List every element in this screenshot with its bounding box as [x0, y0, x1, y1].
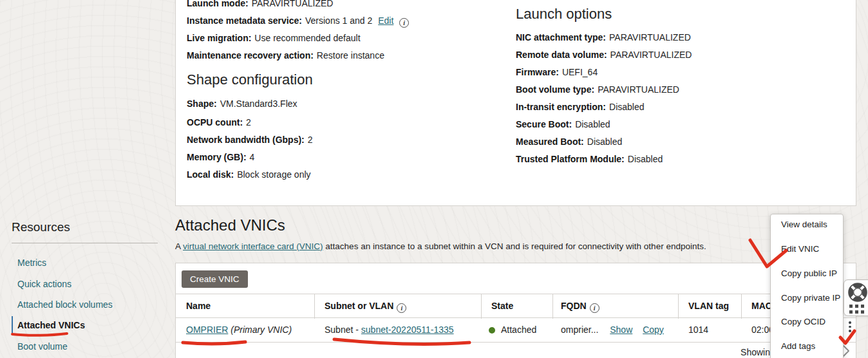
create-vnic-button[interactable]: Create VNIC	[182, 270, 248, 288]
detail-value: PARAVIRTUALIZED	[252, 0, 334, 8]
oci-instance-page: Launch mode:PARAVIRTUALIZED Instance met…	[0, 0, 868, 358]
detail-boot-volume-type: Boot volume type:PARAVIRTUALIZED	[516, 84, 679, 95]
menu-item-add-tags[interactable]: Add tags	[771, 337, 843, 356]
row-actions-kebab-icon[interactable]	[846, 321, 854, 335]
detail-label: Memory (GB):	[187, 152, 247, 162]
fqdn-copy-link[interactable]: Copy	[643, 325, 664, 335]
detail-value: Restore instance	[317, 50, 384, 61]
detail-value: 4	[250, 152, 255, 162]
detail-value: PARAVIRTUALIZED	[609, 32, 691, 42]
detail-value: Disabled	[575, 119, 610, 129]
subnet-prefix: Subnet -	[325, 325, 361, 335]
info-icon[interactable]	[399, 18, 409, 28]
detail-label: Trusted Platform Module:	[516, 154, 625, 164]
detail-label: Firmware:	[516, 67, 559, 77]
menu-item-copy-public-ip[interactable]: Copy public IP	[771, 264, 843, 283]
detail-in-transit-encryption: In-transit encryption:Disabled	[516, 102, 645, 113]
sidebar-item-quick-actions[interactable]: Quick actions	[17, 279, 71, 289]
info-icon[interactable]	[590, 303, 599, 313]
primary-vnic-label: (Primary VNIC)	[228, 325, 292, 335]
cell-subnet: Subnet - subnet-20220511-1335	[325, 325, 454, 335]
detail-label: OCPU count:	[187, 117, 243, 127]
detail-label: Live migration:	[187, 33, 251, 43]
detail-label: Shape:	[187, 99, 217, 109]
table-header-row: Name Subnet or VLAN State FQDN VLAN tag …	[176, 294, 856, 318]
detail-measured-boot: Measured Boot:Disabled	[516, 137, 622, 147]
detail-live-migration: Live migration:Use recommended default	[187, 33, 361, 44]
kebab-dot	[849, 330, 851, 332]
annotation-underline-sidebar-attached-vnics	[12, 334, 67, 335]
detail-value: 2	[308, 135, 313, 145]
detail-value: Disabled	[628, 154, 663, 164]
detail-value: PARAVIRTUALIZED	[610, 50, 692, 60]
detail-value: Use recommended default	[254, 33, 360, 43]
vnics-table: Create VNIC Name Subnet or VLAN State FQ…	[175, 263, 856, 358]
detail-value: VM.Standard3.Flex	[220, 99, 297, 109]
attached-vnics-description: A virtual network interface card (VNIC) …	[175, 241, 706, 251]
edit-metadata-link[interactable]: Edit	[378, 15, 393, 26]
column-separator	[552, 294, 553, 319]
floating-tools-widget	[844, 279, 868, 316]
detail-label: Measured Boot:	[516, 137, 584, 147]
detail-trusted-platform-module: Trusted Platform Module:Disabled	[516, 154, 663, 165]
detail-value: Disabled	[609, 102, 644, 112]
column-header-fqdn: FQDN	[561, 301, 599, 313]
detail-label: Instance metadata service:	[187, 15, 302, 26]
apps-grid-icon[interactable]	[849, 305, 865, 314]
description-prefix: A	[175, 241, 183, 251]
sidebar-divider	[12, 243, 158, 243]
launch-options-heading: Launch options	[516, 6, 612, 23]
resources-heading: Resources	[12, 220, 70, 234]
column-header-vlan-tag: VLAN tag	[688, 301, 729, 311]
column-separator	[741, 294, 742, 319]
instance-details-card: Launch mode:PARAVIRTUALIZED Instance met…	[175, 0, 856, 206]
cell-name: OMPRIER (Primary VNIC)	[186, 325, 292, 335]
detail-label: Boot volume type:	[516, 84, 594, 95]
detail-network-bandwidth: Network bandwidth (Gbps):2	[187, 135, 313, 146]
vnic-doc-link[interactable]: virtual network interface card (VNIC)	[183, 241, 323, 251]
subnet-link[interactable]: subnet-20220511-1335	[361, 325, 454, 335]
detail-value: Versions 1 and 2	[305, 15, 372, 26]
sidebar-item-attached-vnics[interactable]: Attached VNICs	[17, 320, 85, 330]
description-suffix: attaches an instance to a subnet within …	[323, 241, 706, 251]
detail-instance-metadata-service: Instance metadata service:Versions 1 and…	[187, 15, 409, 28]
detail-value: Block storage only	[237, 169, 310, 180]
detail-label: NIC attachment type:	[516, 32, 606, 42]
detail-secure-boot: Secure Boot:Disabled	[516, 119, 610, 130]
detail-nic-attachment: NIC attachment type:PARAVIRTUALIZED	[516, 32, 691, 43]
sidebar-item-metrics[interactable]: Metrics	[17, 258, 46, 268]
column-header-name: Name	[186, 301, 211, 311]
detail-value: UEFI_64	[562, 67, 598, 77]
vnic-name-link[interactable]: OMPRIER	[186, 325, 228, 335]
sidebar-item-boot-volume[interactable]: Boot volume	[17, 341, 68, 352]
showing-count-text: Showin	[741, 347, 770, 357]
info-icon[interactable]	[397, 303, 406, 313]
detail-maintenance-recovery: Maintenance recovery action:Restore inst…	[187, 50, 384, 61]
fqdn-show-link[interactable]: Show	[610, 325, 632, 335]
menu-item-edit-vnic[interactable]: Edit VNIC	[771, 240, 843, 259]
active-item-indicator	[12, 316, 13, 334]
detail-value: Disabled	[587, 137, 622, 147]
detail-value: PARAVIRTUALIZED	[598, 84, 679, 95]
table-row: OMPRIER (Primary VNIC) Subnet - subnet-2…	[176, 318, 856, 343]
detail-firmware: Firmware:UEFI_64	[516, 67, 598, 78]
column-header-state: State	[491, 301, 513, 311]
detail-label: Maintenance recovery action:	[187, 50, 314, 61]
detail-local-disk: Local disk:Block storage only	[187, 169, 311, 180]
life-ring-icon[interactable]	[848, 283, 867, 302]
cell-vlan-tag: 1014	[688, 325, 708, 335]
status-dot-icon	[489, 327, 495, 334]
detail-value: 2	[246, 117, 251, 127]
detail-label: In-transit encryption:	[516, 102, 606, 112]
menu-item-copy-ocid[interactable]: Copy OCID	[771, 312, 843, 332]
attached-vnics-heading: Attached VNICs	[175, 216, 285, 234]
menu-item-copy-private-ip[interactable]: Copy private IP	[771, 288, 843, 308]
detail-ocpu-count: OCPU count:2	[187, 117, 251, 128]
kebab-dot	[849, 326, 851, 328]
column-separator	[314, 294, 315, 319]
column-separator	[678, 294, 679, 319]
column-header-subnet: Subnet or VLAN	[325, 301, 406, 313]
menu-item-view-details[interactable]: View details	[771, 215, 843, 234]
sidebar-item-attached-block-volumes[interactable]: Attached block volumes	[17, 299, 113, 310]
detail-label: Network bandwidth (Gbps):	[187, 135, 305, 145]
